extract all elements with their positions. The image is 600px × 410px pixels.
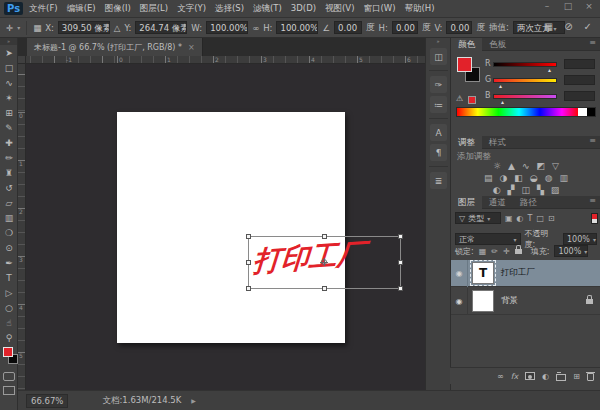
gamut-color-cube[interactable] xyxy=(468,96,476,104)
angle-input[interactable]: 0.00 xyxy=(334,21,362,34)
menu-file[interactable]: 文件(F) xyxy=(29,3,58,15)
document-canvas[interactable]: 打印工厂 xyxy=(117,112,345,343)
adjustment-icon[interactable]: ▨ xyxy=(551,185,560,195)
transform-handle-bottom-right[interactable] xyxy=(398,286,403,291)
cancel-transform-icon[interactable]: ⊘ xyxy=(564,21,572,32)
adjustment-icon[interactable]: ◫ xyxy=(521,185,530,195)
eraser-tool[interactable]: ▱ xyxy=(0,195,18,210)
tab-swatches[interactable]: 色板 xyxy=(482,38,513,51)
tool-preset-arrow-icon[interactable]: ▾ xyxy=(17,24,20,31)
adjustment-icon[interactable]: ◍ xyxy=(545,173,553,183)
tab-styles[interactable]: 样式 xyxy=(482,136,513,149)
healing-brush-tool[interactable]: ✚ xyxy=(0,135,18,150)
vertical-ruler[interactable]: 0 1 2 3 4 5 xyxy=(18,64,26,390)
delta-icon[interactable]: △ xyxy=(114,23,121,33)
zoom-tool[interactable]: ⚲ xyxy=(0,330,18,345)
clone-source-panel-icon[interactable]: ≔ xyxy=(430,96,447,113)
filter-adjustment-layers-icon[interactable]: ◐ xyxy=(517,214,524,223)
character-panel-icon[interactable]: A xyxy=(430,124,447,141)
hand-tool[interactable]: ☝ xyxy=(0,315,18,330)
filter-pixel-layers-icon[interactable]: ▣ xyxy=(505,214,513,223)
document-tab[interactable]: 未标题-1 @ 66.7% (打印工厂, RGB/8) * × xyxy=(27,38,203,56)
visibility-eye-icon[interactable]: ◉ xyxy=(451,260,468,287)
transform-handle-bottom-left[interactable] xyxy=(246,286,251,291)
paragraph-panel-icon[interactable]: ¶ xyxy=(430,144,447,161)
tab-adjustments[interactable]: 调整 xyxy=(451,136,482,149)
tab-layers[interactable]: 图层 xyxy=(451,196,482,209)
status-options-arrow-icon[interactable]: ▶ xyxy=(191,397,196,404)
color-spectrum-ramp[interactable] xyxy=(456,107,596,117)
blue-slider[interactable]: ▴ xyxy=(493,94,557,99)
menu-edit[interactable]: 编辑(E) xyxy=(67,3,96,15)
adjustment-icon[interactable]: ▤ xyxy=(484,173,493,183)
transform-reference-point[interactable] xyxy=(321,259,327,265)
w-input[interactable]: 100.00% xyxy=(206,21,248,34)
delete-layer-icon[interactable] xyxy=(587,373,594,381)
green-slider[interactable]: ▴ xyxy=(493,78,557,83)
canvas-viewport[interactable]: 打印工厂 xyxy=(26,64,425,390)
tab-channels[interactable]: 通道 xyxy=(482,196,513,209)
adjustment-icon[interactable]: ◐ xyxy=(493,185,501,195)
quick-selection-tool[interactable]: ✶ xyxy=(0,90,18,105)
close-button[interactable]: × xyxy=(582,1,596,11)
screen-mode-icon[interactable] xyxy=(3,386,15,395)
green-value-field[interactable] xyxy=(564,75,595,85)
quick-mask-icon[interactable] xyxy=(3,372,15,381)
transform-handle-top-left[interactable] xyxy=(246,234,251,239)
layer-filter-toggle[interactable] xyxy=(591,213,598,224)
background-layer-thumbnail[interactable] xyxy=(472,290,494,312)
layer-row-text[interactable]: ◉ T 打印工厂 xyxy=(451,260,600,287)
menu-3d[interactable]: 3D(D) xyxy=(291,3,316,15)
add-layer-mask-icon[interactable] xyxy=(525,372,535,380)
adjustment-icon[interactable]: ◩ xyxy=(537,161,546,171)
vskew-input[interactable]: 0.00 xyxy=(446,21,472,34)
layer-name[interactable]: 背景 xyxy=(501,295,518,307)
menu-layer[interactable]: 图层(L) xyxy=(140,3,168,15)
filter-shape-layers-icon[interactable]: □ xyxy=(536,214,544,223)
lasso-tool[interactable]: ∿ xyxy=(0,75,18,90)
layer-name[interactable]: 打印工厂 xyxy=(501,267,535,279)
layer-filter-select[interactable]: ▽ 类型 ▾ xyxy=(455,212,501,224)
type-tool[interactable]: T xyxy=(0,270,18,285)
transform-handle-top-center[interactable] xyxy=(322,234,327,239)
reference-point-icon[interactable]: ▦ xyxy=(33,23,41,33)
blend-mode-select[interactable]: 正常 ▾ xyxy=(455,233,521,245)
adjustment-icon[interactable]: ▥ xyxy=(560,173,569,183)
adjustment-icon[interactable]: ▞ xyxy=(507,185,514,195)
adjustment-icon[interactable]: ☼ xyxy=(493,161,501,171)
transform-handle-middle-left[interactable] xyxy=(246,260,251,265)
crop-tool[interactable]: ⊞ xyxy=(0,105,18,120)
layer-row-background[interactable]: ◉ 背景 xyxy=(451,288,600,315)
pen-tool[interactable]: ✒ xyxy=(0,255,18,270)
horizontal-ruler[interactable]: -1 0 1 2 3 4 5 6 xyxy=(26,56,425,64)
panel-menu-icon[interactable]: ≡ xyxy=(589,136,596,145)
red-slider[interactable]: ▴ xyxy=(493,62,557,67)
red-value-field[interactable] xyxy=(564,59,595,69)
swatches-panel-icon[interactable]: ◫ xyxy=(430,48,447,65)
adjustment-icon[interactable]: ◑ xyxy=(499,173,507,183)
minimize-button[interactable]: – xyxy=(540,1,554,11)
path-selection-tool[interactable]: ▷ xyxy=(0,285,18,300)
commit-transform-icon[interactable]: ✓ xyxy=(584,21,592,32)
lock-all-icon[interactable] xyxy=(515,249,522,254)
lock-transparent-pixels-icon[interactable]: ▦ xyxy=(479,247,487,256)
red-slider-thumb-icon[interactable]: ▴ xyxy=(548,66,551,73)
green-slider-thumb-icon[interactable]: ▴ xyxy=(499,82,502,89)
menu-select[interactable]: 选择(S) xyxy=(215,3,244,15)
filter-type-layers-icon[interactable]: T xyxy=(528,214,533,223)
menu-view[interactable]: 视图(V) xyxy=(325,3,354,15)
menu-window[interactable]: 窗口(W) xyxy=(363,3,395,15)
adjustment-icon[interactable]: ▲ xyxy=(508,161,515,171)
new-adjustment-layer-icon[interactable]: ◐ xyxy=(542,372,549,381)
menu-type[interactable]: 文字(Y) xyxy=(177,3,206,15)
history-brush-tool[interactable]: ↺ xyxy=(0,180,18,195)
gamut-warning-icon[interactable]: ⚠ xyxy=(456,94,463,103)
blue-slider-thumb-icon[interactable]: ▴ xyxy=(501,98,504,105)
adjustment-icon[interactable]: ∿ xyxy=(522,161,530,171)
link-layers-icon[interactable]: ∞ xyxy=(497,372,504,381)
hskew-input[interactable]: 0.00 xyxy=(392,21,418,34)
new-layer-icon[interactable]: ⊞ xyxy=(573,372,580,381)
menu-image[interactable]: 图像(I) xyxy=(105,3,131,15)
link-dimensions-icon[interactable]: ∞ xyxy=(252,23,259,33)
foreground-color-swatch[interactable] xyxy=(3,347,13,357)
